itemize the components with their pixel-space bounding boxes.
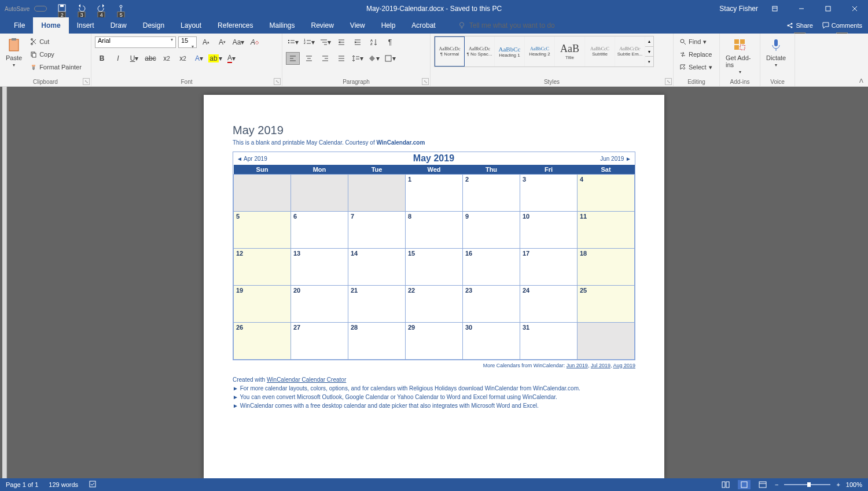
share-button[interactable]: ShareZS — [786, 22, 812, 29]
document-area[interactable]: May 2019 This is a blank and printable M… — [0, 87, 868, 478]
read-mode-button[interactable] — [719, 480, 732, 489]
decrease-indent-button[interactable] — [334, 36, 348, 49]
style-heading2[interactable]: AaBbCcCHeading 2 — [525, 36, 555, 67]
web-layout-button[interactable] — [756, 480, 769, 489]
bold-button[interactable]: B — [95, 52, 109, 65]
highlight-button[interactable]: ab▾ — [208, 52, 222, 65]
style-normal[interactable]: AaBbCcDc¶ Normal — [435, 36, 465, 67]
calendar-subtitle[interactable]: This is a blank and printable May Calend… — [233, 139, 635, 146]
calendar-title[interactable]: May 2019 — [233, 124, 635, 137]
increase-font-button[interactable]: A▴ — [199, 36, 213, 49]
calendar-cell[interactable]: 30 — [463, 322, 520, 359]
tab-design[interactable]: DesignG — [135, 17, 172, 34]
borders-button[interactable]: ▾ — [383, 52, 397, 65]
calendar-cell[interactable]: 4 — [578, 174, 635, 211]
format-painter-button[interactable]: Format Painter — [28, 61, 84, 73]
calendar-cell[interactable] — [578, 322, 635, 359]
clear-formatting-button[interactable]: A◇ — [248, 36, 262, 49]
qat-save[interactable]: 2 — [57, 3, 67, 14]
calendar-cell[interactable]: 7 — [348, 211, 406, 248]
styles-expand[interactable]: ▾ — [645, 57, 653, 67]
clipboard-dialog-launcher[interactable]: ⤡ — [83, 78, 90, 85]
calendar-cell[interactable]: 15 — [406, 248, 463, 285]
calendar-cell[interactable]: 1 — [406, 174, 463, 211]
align-left-button[interactable] — [286, 52, 300, 65]
change-case-button[interactable]: Aa▾ — [231, 36, 245, 49]
calendar-cell[interactable]: 29 — [406, 322, 463, 359]
style-heading1[interactable]: AaBbCcHeading 1 — [495, 36, 525, 67]
font-dialog-launcher[interactable]: ⤡ — [274, 78, 281, 85]
ribbon-display-icon[interactable] — [765, 0, 785, 17]
qat-redo[interactable]: 4 — [97, 3, 106, 14]
tab-view[interactable]: ViewW — [342, 17, 373, 34]
tab-review[interactable]: ReviewR — [303, 17, 342, 34]
page[interactable]: May 2019 This is a blank and printable M… — [204, 95, 664, 478]
multilevel-list-button[interactable]: ▾ — [318, 36, 332, 49]
font-name-select[interactable]: Arial — [95, 36, 176, 48]
collapse-ribbon-button[interactable]: ᐱ — [859, 77, 863, 84]
tab-layout[interactable]: LayoutP — [172, 17, 209, 34]
sort-button[interactable]: AZ — [367, 36, 381, 49]
tell-me-search[interactable]: Tell me what you want to do Q — [458, 21, 555, 29]
calendar-cell[interactable]: 5 — [234, 211, 291, 248]
calendar-table[interactable]: SunMonTueWedThuFriSat 123456789101112131… — [233, 165, 635, 360]
more-calendar-link[interactable]: Jun 2019 — [567, 363, 588, 368]
calendar-cell[interactable]: 21 — [348, 285, 406, 322]
paragraph-dialog-launcher[interactable]: ⤡ — [422, 78, 429, 85]
underline-button[interactable]: U▾ — [127, 52, 141, 65]
numbering-button[interactable]: 12▾ — [302, 36, 316, 49]
wincalendar-link[interactable]: WinCalendar.com — [376, 139, 425, 146]
style-no-spacing[interactable]: AaBbCcDc¶ No Spac... — [465, 36, 495, 67]
next-month-link[interactable]: Jun 2019 ► — [600, 156, 631, 162]
select-button[interactable]: Select ▾ — [677, 61, 715, 73]
bullets-button[interactable]: ▾ — [286, 36, 300, 49]
tab-file[interactable]: FileF — [6, 17, 33, 34]
copy-button[interactable]: Copy — [28, 49, 84, 60]
tab-home[interactable]: HomeH — [33, 17, 68, 34]
zoom-out-button[interactable]: − — [775, 481, 778, 488]
bullet-line[interactable]: For more calendar layouts, colors, optio… — [233, 385, 635, 392]
font-size-select[interactable]: 15 — [178, 36, 197, 48]
paste-button[interactable]: Paste▾ — [3, 36, 24, 69]
show-hide-button[interactable]: ¶ — [383, 36, 397, 49]
close-icon[interactable] — [845, 0, 865, 17]
calendar-cell[interactable]: 18 — [578, 248, 635, 285]
zoom-in-button[interactable]: + — [836, 481, 840, 488]
qat-undo[interactable]: 3 — [77, 3, 86, 14]
style-subtitle[interactable]: AaBbCcCSubtitle — [585, 36, 615, 67]
autosave-switch[interactable] — [34, 6, 47, 12]
increase-indent-button[interactable] — [351, 36, 365, 49]
calendar-cell[interactable]: 20 — [291, 285, 348, 322]
tab-acrobat[interactable]: AcrobatY2 — [403, 17, 443, 34]
find-button[interactable]: Find ▾ — [677, 36, 715, 47]
autosave-toggle[interactable]: AutoSave — [5, 6, 30, 12]
text-effects-button[interactable]: A▾ — [192, 52, 206, 65]
replace-button[interactable]: Replace — [677, 49, 715, 60]
prev-month-link[interactable]: ◄ Apr 2019 — [237, 156, 267, 162]
superscript-button[interactable]: x2 — [176, 52, 190, 65]
style-title[interactable]: AaBTitle — [555, 36, 585, 67]
calendar-cell[interactable]: 31 — [520, 322, 578, 359]
font-color-button[interactable]: A▾ — [225, 52, 238, 65]
subscript-button[interactable]: x2 — [160, 52, 174, 65]
styles-dialog-launcher[interactable]: ⤡ — [665, 78, 672, 85]
calendar-cell[interactable]: 16 — [463, 248, 520, 285]
align-right-button[interactable] — [318, 52, 332, 65]
zoom-level[interactable]: 100% — [846, 481, 862, 488]
print-layout-button[interactable] — [738, 480, 751, 489]
cut-button[interactable]: Cut — [28, 36, 84, 47]
style-subtle-em[interactable]: AaBbCcDcSubtle Em... — [615, 36, 645, 67]
spelling-icon[interactable] — [89, 480, 97, 489]
calendar-cell[interactable]: 10 — [520, 211, 578, 248]
calendar-cell[interactable]: 27 — [291, 322, 348, 359]
bullet-line[interactable]: WinCalendar comes with a free desktop ca… — [233, 403, 635, 409]
tab-help[interactable]: HelpY1 — [373, 17, 404, 34]
shading-button[interactable]: ▾ — [367, 52, 381, 65]
word-count[interactable]: 129 words — [49, 481, 78, 488]
calendar-cell[interactable]: 12 — [234, 248, 291, 285]
calendar-cell[interactable]: 23 — [463, 285, 520, 322]
maximize-icon[interactable] — [818, 0, 838, 17]
tab-mailings[interactable]: MailingsM — [261, 17, 303, 34]
calendar-cell[interactable]: 19 — [234, 285, 291, 322]
calendar-cell[interactable]: 6 — [291, 211, 348, 248]
